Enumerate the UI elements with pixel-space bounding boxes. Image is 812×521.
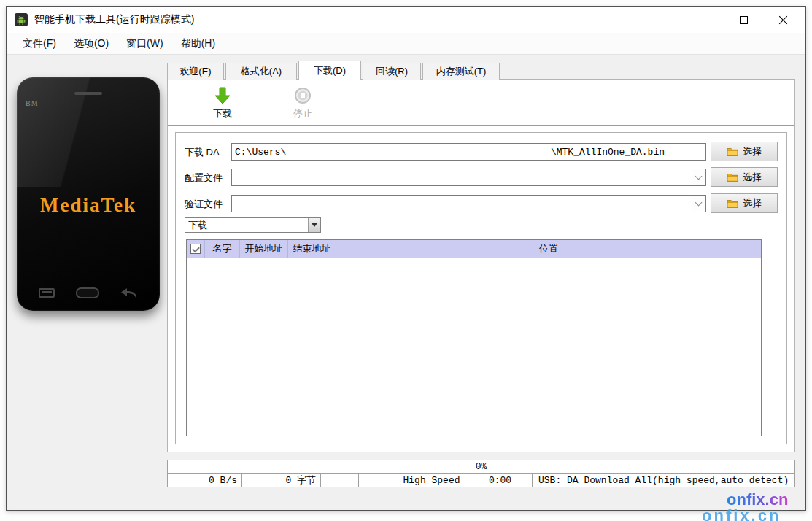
column-start-address[interactable]: 开始地址: [240, 240, 288, 258]
status-bar: 0 B/s 0 字节 High Speed 0:00 USB: DA Downl…: [167, 473, 795, 487]
phone-menu-icon: [39, 288, 55, 298]
download-tab-panel: 下载 停止 下载 DA C:\Users\ \MTK_AllInOne_DA.b…: [167, 79, 795, 452]
close-icon: [778, 15, 788, 25]
tab-bar: 欢迎(E) 格式化(A) 下载(D) 回读(R) 内存测试(T): [167, 63, 501, 80]
status-time: 0:00: [468, 474, 533, 487]
minimize-icon: [695, 20, 703, 20]
phone-badge: BM: [26, 99, 39, 107]
toolbar-separator: [168, 125, 794, 126]
status-usb-speed: High Speed: [395, 474, 468, 487]
chevron-down-icon: [695, 199, 703, 207]
window-title: 智能手机下载工具(运行时跟踪模式): [34, 13, 194, 26]
toolbar-download-button[interactable]: 下载: [201, 86, 244, 120]
da-path-prefix: C:\Users\: [235, 147, 286, 158]
toolbar-download-label: 下载: [201, 107, 244, 120]
phone-home-icon: [76, 287, 99, 298]
auth-select-button[interactable]: 选择: [711, 193, 778, 213]
app-android-icon: [15, 13, 28, 26]
phone-speaker: [74, 92, 102, 95]
title-bar: 智能手机下载工具(运行时跟踪模式): [7, 7, 805, 33]
phone-nav-bar: [17, 285, 160, 301]
partition-table: 名字 开始地址 结束地址 位置: [186, 239, 762, 436]
tab-welcome[interactable]: 欢迎(E): [167, 63, 224, 80]
header-checkbox-cell: [187, 240, 205, 258]
folder-icon: [727, 172, 738, 182]
status-bytes: 0 字节: [242, 474, 321, 487]
download-mode-combobox[interactable]: 下载: [185, 217, 321, 233]
menu-options[interactable]: 选项(O): [65, 34, 117, 54]
maximize-button[interactable]: [727, 7, 760, 33]
watermark-outer: onfix.cn: [702, 506, 781, 521]
scatter-dropdown-button[interactable]: [692, 170, 705, 185]
download-arrow-icon: [213, 86, 232, 105]
toolbar-stop-label: 停止: [282, 107, 324, 120]
status-cell-3: [321, 474, 359, 487]
tab-memory-test[interactable]: 内存测试(T): [422, 63, 500, 80]
menu-file[interactable]: 文件(F): [14, 34, 65, 54]
close-button[interactable]: [766, 7, 800, 33]
column-end-address[interactable]: 结束地址: [288, 240, 336, 258]
minimize-button[interactable]: [681, 7, 715, 33]
phone-back-icon: [120, 287, 138, 298]
phone-illustration: BM MediaTek: [17, 77, 160, 311]
da-select-button[interactable]: 选择: [711, 142, 778, 161]
download-groupbox: 下载 DA C:\Users\ \MTK_AllInOne_DA.bin 选择 …: [175, 132, 787, 444]
partition-table-header: 名字 开始地址 结束地址 位置: [187, 240, 761, 258]
triangle-down-icon: [312, 223, 317, 227]
maximize-icon: [740, 16, 748, 24]
status-usb-info: USB: DA Download All(high speed,auto det…: [533, 474, 794, 487]
screen: onfix.cn 智能手机下载工具(运行时跟踪模式): [0, 0, 812, 521]
chevron-down-icon: [695, 173, 703, 180]
column-name[interactable]: 名字: [205, 240, 240, 258]
menu-window[interactable]: 窗口(W): [117, 34, 172, 54]
da-file-input[interactable]: C:\Users\ \MTK_AllInOne_DA.bin: [231, 143, 706, 161]
tab-readback[interactable]: 回读(R): [363, 63, 421, 80]
tab-format[interactable]: 格式化(A): [225, 63, 297, 80]
folder-icon: [727, 147, 738, 156]
scatter-file-combobox[interactable]: [231, 169, 706, 186]
da-file-label: 下载 DA: [185, 146, 220, 159]
scatter-select-label: 选择: [743, 171, 762, 184]
menu-bar: 文件(F) 选项(O) 窗口(W) 帮助(H): [7, 33, 805, 55]
scatter-select-button[interactable]: 选择: [711, 167, 778, 187]
progress-bar: 0%: [167, 460, 795, 474]
status-speed: 0 B/s: [168, 474, 242, 487]
download-mode-value: 下载: [185, 219, 308, 232]
da-select-label: 选择: [743, 145, 762, 158]
menu-help[interactable]: 帮助(H): [172, 34, 224, 54]
toolbar-stop-button[interactable]: 停止: [282, 86, 324, 120]
folder-icon: [727, 198, 738, 208]
scatter-file-label: 配置文件: [185, 171, 223, 185]
phone-brand-logo: MediaTek: [17, 194, 160, 217]
partition-table-body: [187, 258, 761, 436]
auth-dropdown-button[interactable]: [692, 196, 705, 211]
android-robot-icon: [17, 15, 26, 25]
stop-icon: [293, 86, 312, 105]
auth-file-combobox[interactable]: [231, 195, 706, 212]
da-path-suffix: \MTK_AllInOne_DA.bin: [551, 147, 665, 158]
tab-download[interactable]: 下载(D): [298, 61, 361, 80]
column-location[interactable]: 位置: [336, 240, 761, 258]
app-window: 智能手机下载工具(运行时跟踪模式) 文件(F) 选项(O) 窗口(W) 帮助(H…: [6, 6, 806, 511]
status-cell-4: [359, 474, 395, 487]
select-all-checkbox[interactable]: [190, 244, 201, 254]
download-mode-dropdown-button[interactable]: [308, 218, 320, 232]
auth-select-label: 选择: [743, 197, 762, 210]
auth-file-label: 验证文件: [185, 198, 223, 211]
